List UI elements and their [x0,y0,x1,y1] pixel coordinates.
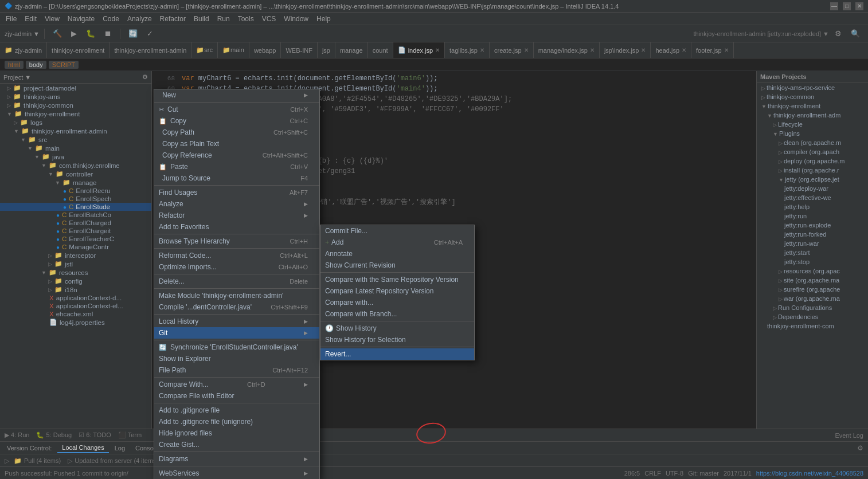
ctx-compile[interactable]: Compile '...dentController.java' Ctrl+Sh… [154,301,319,313]
close-button[interactable]: ✕ [855,2,863,10]
tree-item-enrollchargeit[interactable]: ● CEnrollChargeit [0,227,151,235]
ctx-refactor[interactable]: Refactor [154,210,319,221]
git-show-history-selection[interactable]: Show History for Selection [320,334,474,345]
tab-thinkjoy-enrollment[interactable]: thinkjoy-enrollment [47,42,110,58]
tab-manage-index[interactable]: manage/index.jsp✕ [534,42,600,58]
tree-item-thinkjoy-enrollment[interactable]: ▼ 📁thinkjoy-enrollment [0,109,151,118]
git-add[interactable]: +Add Ctrl+Alt+A [320,237,474,248]
vc-tab-log[interactable]: Log [110,443,130,453]
menu-vcs[interactable]: VCS [259,14,280,24]
maven-item-jetty-run-explode[interactable]: jetty:run-explode [757,221,868,230]
ctx-copy-ref[interactable]: Copy Reference Ctrl+Alt+Shift+C [154,150,319,161]
maven-item-dependencies[interactable]: ▷Dependencies [757,312,868,321]
maven-item-jetty[interactable]: ▼jetty (org.eclipse.jet [757,175,868,184]
maven-item-jetty-stop[interactable]: jetty:stop [757,257,868,266]
maven-item-run-config[interactable]: ▷Run Configurations [757,303,868,312]
breadcrumb-body[interactable]: body [26,61,46,69]
tree-item-managecontr[interactable]: ● CManageContr [0,243,151,251]
build-button[interactable]: 🔨 [49,28,65,39]
tree-item-thinkjoy-common[interactable]: ▷ 📁thinkjoy-common [0,101,151,109]
ctx-add-gitignore-unignore[interactable]: Add to .gitignore file (unignore) [154,416,319,427]
maven-item-plugins[interactable]: ▼Plugins [757,129,868,138]
ctx-jump-source[interactable]: Jump to Source F4 [154,172,319,184]
ctx-find-usages[interactable]: Find Usages Alt+F7 [154,187,319,198]
ctx-analyze[interactable]: Analyze [154,198,319,210]
update-button[interactable]: 🔄 [125,28,141,39]
tab-count[interactable]: count [368,42,393,58]
tree-item-enrollteacher[interactable]: ● CEnrollTeacherC [0,235,151,243]
maven-item-install[interactable]: ▷install (org.apache.r [757,166,868,175]
ctx-show-explorer[interactable]: Show in Explorer [154,353,319,364]
ctx-optimize-imports[interactable]: Optimize Imports... Ctrl+Alt+O [154,261,319,273]
git-compare-branch[interactable]: Compare with Branch... [320,308,474,320]
tree-item-config[interactable]: ▷ 📁config [0,277,151,285]
maximize-button[interactable]: □ [843,2,851,10]
tree-item-controller[interactable]: ▼ 📁controller [0,170,151,178]
tree-item-logs[interactable]: ▷ 📁logs [0,118,151,127]
breadcrumb-script[interactable]: SCRIPT [49,61,79,69]
menu-code[interactable]: Code [99,14,123,24]
terminal-tab[interactable]: ⬛ Term [118,431,142,439]
maven-item-jetty-run-war[interactable]: jetty:run-war [757,239,868,248]
tree-item-java[interactable]: ▼ 📁java [0,152,151,161]
tree-item-appcontext-el[interactable]: XapplicationContext-el... [0,302,151,310]
maven-item-jetty-run-forked[interactable]: jetty:run-forked [757,230,868,239]
ctx-local-history[interactable]: Local History [154,316,319,327]
git-compare-same[interactable]: Compare with the Same Repository Version [320,274,474,285]
tree-item-enrollcharged[interactable]: ● CEnrollCharged [0,219,151,227]
event-log-tab[interactable]: Event Log [835,432,863,439]
tab-main[interactable]: 📁main [218,42,249,58]
maven-item-clean[interactable]: ▷clean (org.apache.m [757,138,868,147]
tree-item-manage[interactable]: ▼ 📁manage [0,178,151,187]
tab-webinf[interactable]: WEB-INF [281,42,317,58]
maven-item-compiler[interactable]: ▷compiler (org.apach [757,147,868,156]
maven-item-jetty-effective[interactable]: jetty:effective-we [757,193,868,202]
git-commit-file[interactable]: Commit File... [320,225,474,237]
maven-item-deploy[interactable]: ▷deploy (org.apache.m [757,156,868,166]
maven-item-jetty-start[interactable]: jetty:start [757,248,868,257]
maven-item-war[interactable]: ▷war (org.apache.ma [757,294,868,303]
ctx-add-gitignore[interactable]: Add to .gitignore file [154,405,319,416]
vc-tab-localchanges[interactable]: Local Changes [57,443,108,453]
ctx-create-gist[interactable]: Create Gist... [154,439,319,450]
ctx-synchronize[interactable]: 🔄Synchronize 'EnrollStudentController.ja… [154,341,319,353]
ctx-copy-plain[interactable]: Copy as Plain Text [154,138,319,150]
tab-footer[interactable]: footer.jsp✕ [691,42,734,58]
tab-index-jsp[interactable]: 📄 index.jsp ✕ [393,42,445,58]
git-compare-latest[interactable]: Compare Latest Repository Version [320,285,474,297]
git-compare-with[interactable]: Compare with... [320,297,474,308]
tree-item-thinkjoy-ams[interactable]: ▷ 📁thinkjoy-ams [0,92,151,101]
tree-item-enrollspech[interactable]: ● CEnrollSpech [0,195,151,203]
menu-analyze[interactable]: Analyze [124,14,155,24]
tree-item-interceptor[interactable]: ▷ 📁interceptor [0,251,151,260]
search-everywhere-button[interactable]: 🔍 [847,28,863,39]
tree-item-src[interactable]: ▼ 📁src [0,135,151,144]
breadcrumb-html[interactable]: html [5,61,24,69]
tab-enrollment-admin[interactable]: thinkjoy-enrollment-admin [110,42,191,58]
maven-item-surefire[interactable]: ▷surefire (org.apache [757,285,868,294]
ctx-add-favorites[interactable]: Add to Favorites [154,221,319,233]
tab-create[interactable]: create.jsp✕ [490,42,534,58]
ctx-cut[interactable]: ✂Cut Ctrl+X [154,104,319,115]
menu-view[interactable]: View [41,14,63,24]
todo-tab[interactable]: ☑ 6: TODO [79,431,111,439]
menu-edit[interactable]: Edit [21,14,40,24]
ctx-new[interactable]: New [154,89,319,101]
tab-zjy-admin[interactable]: 📁 zjy-admin [0,42,47,58]
git-annotate[interactable]: Annotate [320,248,474,260]
tab-webapp[interactable]: webapp [249,42,281,58]
ctx-git[interactable]: Git [154,327,319,339]
tree-item-ehcache[interactable]: Xehcache.xml [0,310,151,318]
run-button[interactable]: ▶ [68,28,80,39]
maven-item-rpc[interactable]: ▷thinkjoy-ams-rpc-service [757,83,868,92]
tree-item-enrollrecru[interactable]: ● CEnrollRecru [0,187,151,195]
menu-window[interactable]: Window [280,14,312,24]
vc-arrow-icon[interactable]: ▷ [5,457,9,465]
run-tab[interactable]: ▶ 4: Run [5,431,29,439]
maven-item-enrollment-admin[interactable]: ▼thinkjoy-enrollment-adm [757,111,868,120]
vc-arrow-2[interactable]: ▷ [68,457,72,465]
menu-run[interactable]: Run [214,14,233,24]
sidebar-icon-1[interactable]: ⚙ [142,73,148,81]
tab-manage[interactable]: manage [335,42,368,58]
ctx-browse-hierarchy[interactable]: Browse Type Hierarchy Ctrl+H [154,235,319,247]
